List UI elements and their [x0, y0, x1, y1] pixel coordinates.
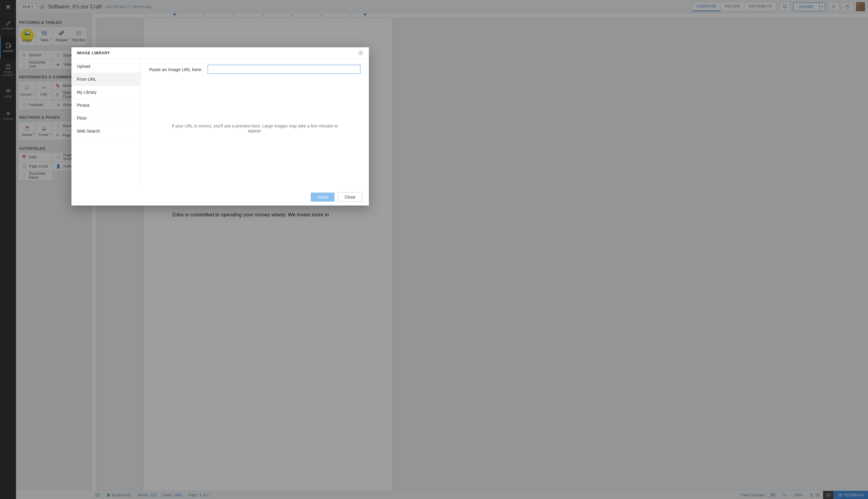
modal-footer: Insert Close — [71, 188, 369, 206]
insert-button[interactable]: Insert — [311, 193, 334, 202]
modal-tab-upload[interactable]: Upload — [71, 60, 140, 73]
modal-close-icon[interactable] — [358, 50, 364, 56]
modal-tab-my-library[interactable]: My Library — [71, 86, 140, 99]
modal-header: IMAGE LIBRARY — [71, 47, 369, 59]
modal-tab-picasa[interactable]: Picasa — [71, 99, 140, 112]
modal-tab-from-url[interactable]: From URL — [71, 73, 140, 86]
image-url-input[interactable] — [208, 65, 360, 74]
preview-hint-text: If your URL is correct, you'll see a pre… — [149, 74, 360, 183]
url-input-label: Paste an image URL here: — [149, 67, 202, 72]
close-button[interactable]: Close — [338, 192, 362, 202]
modal-tab-flickr[interactable]: Flickr — [71, 112, 140, 125]
modal-title: IMAGE LIBRARY — [77, 51, 110, 55]
modal-main: Paste an image URL here: If your URL is … — [141, 59, 369, 188]
modal-sidebar: Upload From URL My Library Picasa Flickr… — [71, 59, 141, 188]
modal-tab-web-search[interactable]: Web Search — [71, 125, 140, 138]
image-library-modal: IMAGE LIBRARY Upload From URL My Library… — [71, 47, 369, 206]
